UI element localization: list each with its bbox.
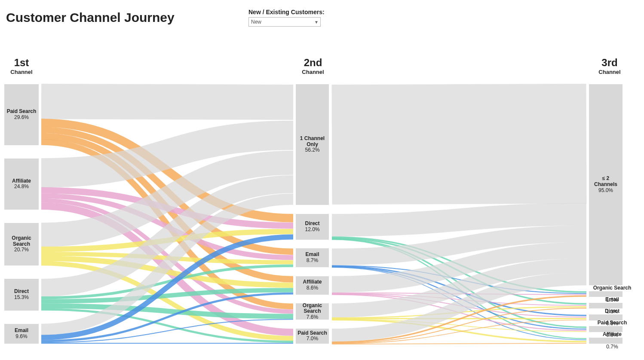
sankey-link bbox=[332, 238, 586, 304]
sankey-link bbox=[332, 239, 586, 327]
sankey-link bbox=[41, 190, 293, 226]
sankey-node[interactable]: Direct15.3% bbox=[4, 279, 39, 310]
customer-type-select[interactable]: New ▼ bbox=[248, 17, 321, 27]
sankey-node[interactable]: Affiliate8.6% bbox=[296, 276, 329, 295]
sankey-link bbox=[41, 232, 293, 249]
sankey-link bbox=[332, 295, 586, 331]
sankey-node[interactable]: Organic Search20.7% bbox=[4, 223, 39, 265]
sankey-link bbox=[332, 279, 586, 335]
sankey-link bbox=[41, 135, 293, 173]
sankey-link bbox=[332, 143, 586, 144]
sankey-link bbox=[41, 184, 293, 288]
sankey-link bbox=[332, 343, 586, 344]
sankey-link bbox=[332, 265, 586, 311]
chevron-down-icon: ▼ bbox=[314, 20, 319, 24]
sankey-link bbox=[41, 266, 293, 298]
sankey-node[interactable]: Paid Search7.0% bbox=[296, 329, 329, 344]
sankey-node-label: Paid Search bbox=[589, 320, 635, 326]
sankey-link bbox=[41, 259, 293, 285]
customer-type-value: New bbox=[251, 19, 261, 25]
sankey-link bbox=[41, 163, 293, 235]
sankey-link bbox=[332, 265, 586, 293]
sankey-link bbox=[41, 293, 293, 341]
sankey-link bbox=[41, 196, 293, 257]
sankey-link bbox=[41, 199, 293, 329]
sankey-link bbox=[332, 293, 586, 295]
sankey-link bbox=[41, 136, 293, 279]
sankey-link bbox=[41, 237, 293, 337]
sankey-link bbox=[41, 309, 293, 342]
sankey-link bbox=[332, 293, 586, 305]
page-title: Customer Channel Journey bbox=[6, 10, 175, 25]
sankey-node[interactable] bbox=[589, 338, 623, 344]
sankey-node[interactable]: ≤ 2 Channels95.0% bbox=[589, 84, 623, 285]
sankey-node[interactable]: Direct12.0% bbox=[296, 214, 329, 240]
sankey-link bbox=[41, 123, 293, 218]
stage1-header: 1stChannel bbox=[4, 58, 39, 75]
sankey-node[interactable]: Affiliate24.8% bbox=[4, 159, 39, 210]
sankey-node[interactable]: Organic Search7.6% bbox=[296, 303, 329, 320]
sankey-link bbox=[41, 254, 293, 262]
sankey-node-label: Organic Search bbox=[589, 285, 635, 291]
sankey-link bbox=[332, 266, 586, 316]
sankey-link bbox=[41, 142, 293, 306]
sankey-link bbox=[41, 319, 293, 342]
sankey-link bbox=[41, 201, 293, 312]
sankey-node[interactable]: 1 Channel Only56.2% bbox=[296, 84, 329, 205]
sankey-link bbox=[332, 320, 586, 344]
sankey-node-label: Direct bbox=[589, 308, 635, 314]
stage3-header: 3rdChannel bbox=[592, 58, 627, 75]
sankey-link bbox=[332, 294, 586, 317]
stage2-header: 2ndChannel bbox=[296, 58, 330, 75]
sankey-node-label: Email bbox=[589, 297, 635, 303]
sankey-link bbox=[41, 263, 293, 339]
sankey-node-pct: 0.7% bbox=[589, 344, 635, 350]
sankey-link bbox=[41, 290, 293, 301]
sankey-link bbox=[332, 239, 586, 339]
sankey-link bbox=[332, 267, 586, 340]
sankey-link bbox=[41, 101, 293, 102]
sankey-link bbox=[332, 234, 586, 257]
sankey-link bbox=[332, 308, 586, 343]
filter-label: New / Existing Customers: bbox=[248, 9, 325, 15]
sankey-node[interactable]: Email8.7% bbox=[296, 248, 329, 267]
sankey-link bbox=[41, 306, 293, 316]
sankey-link bbox=[332, 267, 586, 329]
sankey-link bbox=[332, 250, 586, 284]
sankey-link bbox=[332, 307, 586, 318]
sankey-node-label: Affiliate bbox=[589, 332, 635, 338]
sankey-link bbox=[332, 296, 586, 342]
sankey-node[interactable]: Email9.6% bbox=[4, 324, 39, 344]
sankey-link bbox=[332, 320, 586, 342]
sankey-link bbox=[332, 237, 586, 292]
sankey-link bbox=[41, 130, 293, 252]
sankey-node[interactable]: Paid Search29.6% bbox=[4, 84, 39, 145]
sankey-link bbox=[332, 214, 586, 225]
sankey-link bbox=[332, 319, 586, 332]
sankey-link bbox=[41, 206, 293, 333]
